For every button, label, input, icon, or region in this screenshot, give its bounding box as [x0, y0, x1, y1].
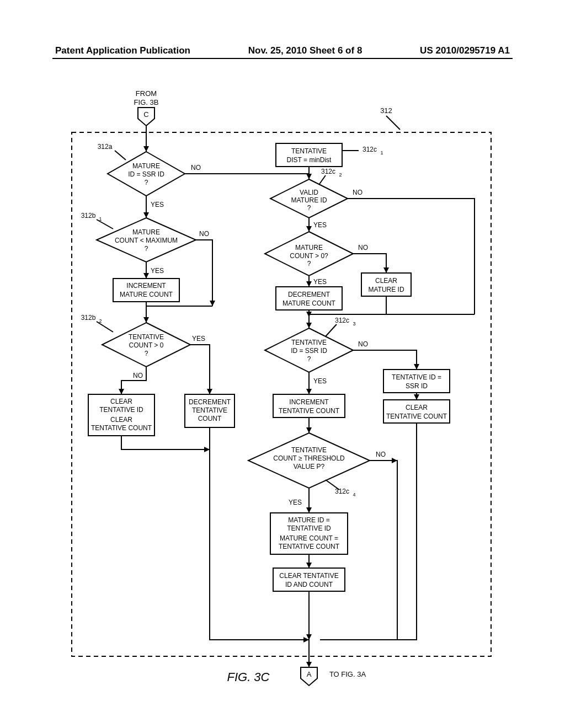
svg-text:?: ?	[307, 204, 311, 212]
to-label: TO FIG. 3A	[329, 670, 366, 678]
svg-text:?: ?	[307, 355, 311, 363]
svg-text:DIST = minDist: DIST = minDist	[287, 156, 332, 164]
svg-text:?: ?	[145, 245, 148, 253]
svg-marker-27	[119, 389, 124, 394]
svg-text:4: 4	[353, 492, 355, 497]
svg-text:TENTATIVE: TENTATIVE	[291, 339, 327, 346]
connector-a-label: A	[307, 670, 312, 678]
svg-text:YES: YES	[192, 335, 205, 342]
svg-text:INCREMENT: INCREMENT	[126, 282, 166, 290]
svg-text:NO: NO	[358, 340, 368, 348]
ref-312a: 312a	[98, 143, 113, 151]
svg-text:2: 2	[339, 172, 342, 178]
svg-text:TENTATIVE COUNT: TENTATIVE COUNT	[91, 424, 152, 432]
svg-marker-13	[210, 301, 215, 306]
svg-marker-63	[306, 323, 312, 328]
svg-text:TENTATIVE ID: TENTATIVE ID	[287, 524, 331, 532]
svg-marker-98	[306, 662, 312, 667]
svg-text:312c: 312c	[335, 317, 349, 324]
svg-marker-42	[306, 174, 312, 179]
svg-text:TENTATIVE: TENTATIVE	[192, 406, 227, 414]
header-right: US 2010/0295719 A1	[420, 45, 510, 56]
svg-text:CLEAR TENTATIVE: CLEAR TENTATIVE	[279, 572, 338, 580]
svg-marker-54	[383, 267, 389, 273]
svg-text:COUNT < MAXIMUM: COUNT < MAXIMUM	[115, 237, 178, 244]
svg-text:?: ?	[145, 179, 148, 186]
svg-text:TENTATIVE: TENTATIVE	[291, 446, 327, 454]
flowchart: FROM FIG. 3B C 312 MATURE ID = SSR ID ? …	[66, 88, 497, 695]
svg-text:1: 1	[380, 150, 383, 156]
header-rule	[52, 58, 513, 59]
svg-text:VALID: VALID	[300, 189, 318, 196]
svg-text:CLEAR: CLEAR	[110, 398, 132, 405]
svg-text:TENTATIVE: TENTATIVE	[129, 333, 164, 341]
svg-text:MATURE: MATURE	[132, 228, 160, 236]
figure-label: FIG. 3C	[227, 670, 269, 684]
svg-text:TENTATIVE ID: TENTATIVE ID	[99, 406, 143, 414]
svg-text:3: 3	[353, 321, 355, 326]
svg-text:MATURE: MATURE	[132, 162, 160, 170]
svg-marker-69	[414, 364, 419, 370]
svg-text:MATURE COUNT: MATURE COUNT	[120, 291, 173, 298]
svg-marker-6	[143, 212, 149, 218]
header-left: Patent Application Publication	[55, 45, 190, 56]
svg-text:NO: NO	[358, 244, 368, 251]
svg-marker-19	[143, 317, 149, 323]
svg-text:COUNT: COUNT	[198, 415, 222, 422]
svg-text:?: ?	[307, 260, 311, 267]
svg-marker-76	[306, 389, 312, 394]
svg-text:COUNT ≥ THRESHOLD: COUNT ≥ THRESHOLD	[273, 454, 345, 462]
svg-text:MATURE COUNT =: MATURE COUNT =	[280, 534, 338, 542]
svg-text:MATURE ID: MATURE ID	[291, 196, 327, 204]
svg-text:ID = SSR ID: ID = SSR ID	[291, 347, 327, 355]
svg-text:COUNT > 0: COUNT > 0	[129, 341, 164, 349]
svg-marker-25	[207, 389, 212, 394]
svg-text:YES: YES	[151, 201, 164, 208]
svg-text:NO: NO	[191, 164, 201, 172]
svg-marker-80	[306, 427, 312, 433]
svg-marker-0	[143, 146, 149, 152]
svg-text:TENTATIVE COUNT: TENTATIVE COUNT	[279, 543, 340, 550]
svg-text:MATURE ID =: MATURE ID =	[288, 516, 329, 524]
svg-text:TENTATIVE: TENTATIVE	[291, 147, 327, 155]
svg-marker-94	[306, 563, 312, 568]
svg-text:CLEAR: CLEAR	[406, 404, 428, 411]
ref-312: 312	[380, 106, 392, 115]
svg-marker-49	[306, 226, 312, 232]
svg-text:VALUE P?: VALUE P?	[294, 463, 325, 470]
svg-text:TENTATIVE COUNT: TENTATIVE COUNT	[279, 407, 340, 415]
svg-text:YES: YES	[289, 499, 302, 506]
svg-text:?: ?	[145, 350, 148, 357]
svg-text:312c: 312c	[363, 146, 377, 153]
svg-text:CLEAR: CLEAR	[110, 416, 132, 424]
svg-text:YES: YES	[313, 377, 327, 385]
svg-text:312b: 312b	[81, 314, 96, 322]
svg-text:MATURE COUNT: MATURE COUNT	[282, 299, 335, 307]
svg-marker-58	[306, 281, 312, 287]
svg-marker-36	[204, 447, 210, 452]
svg-marker-15	[143, 273, 149, 279]
svg-marker-73	[414, 394, 419, 400]
svg-text:TENTATIVE ID =: TENTATIVE ID =	[392, 373, 441, 381]
svg-text:NO: NO	[353, 189, 363, 196]
svg-text:DECREMENT: DECREMENT	[189, 398, 231, 406]
svg-text:NO: NO	[376, 451, 386, 458]
connector-c-label: C	[143, 110, 148, 119]
svg-text:SSR ID: SSR ID	[406, 382, 428, 390]
svg-text:DECREMENT: DECREMENT	[288, 291, 331, 298]
from-label: FROM	[136, 89, 157, 98]
svg-text:NO: NO	[133, 372, 143, 379]
from-label-2: FIG. 3B	[134, 98, 159, 106]
svg-text:CLEAR: CLEAR	[375, 277, 397, 285]
svg-text:NO: NO	[199, 230, 209, 238]
svg-text:312c: 312c	[321, 168, 335, 175]
page-header: Patent Application Publication Nov. 25, …	[0, 45, 565, 56]
svg-text:COUNT > 0?: COUNT > 0?	[290, 252, 328, 260]
svg-marker-86	[392, 458, 397, 463]
svg-text:YES: YES	[313, 278, 327, 286]
svg-text:INCREMENT: INCREMENT	[289, 398, 329, 406]
svg-text:312b: 312b	[81, 212, 96, 220]
svg-text:MATURE ID: MATURE ID	[368, 286, 404, 293]
header-center: Nov. 25, 2010 Sheet 6 of 8	[248, 45, 363, 56]
svg-text:MATURE: MATURE	[295, 244, 323, 251]
